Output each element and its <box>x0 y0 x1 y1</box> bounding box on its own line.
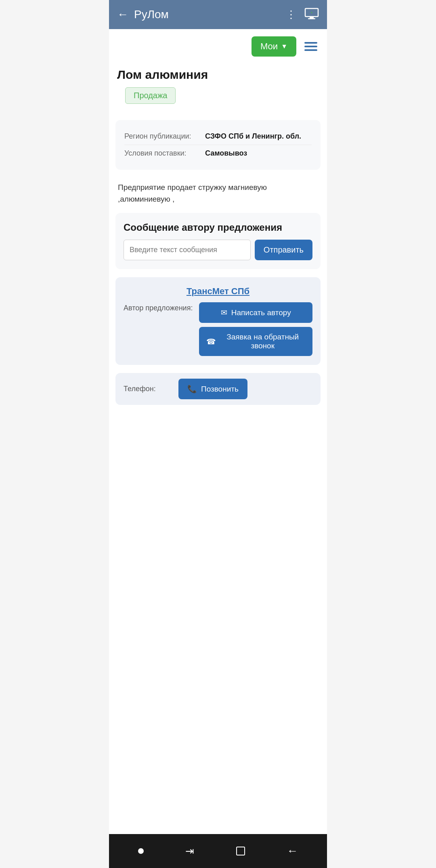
hamburger-line-1 <box>304 42 317 44</box>
home-circle-icon <box>138 848 144 854</box>
moi-button[interactable]: Мои ▼ <box>252 36 296 57</box>
hamburger-menu[interactable] <box>303 40 319 53</box>
author-buttons: ✉ Написать автору ☎ Заявка на обратный з… <box>199 302 312 356</box>
send-button[interactable]: Отправить <box>255 240 312 260</box>
callback-button[interactable]: ☎ Заявка на обратный звонок <box>199 327 312 356</box>
phone-row: Телефон: 📞 Позвонить <box>115 373 321 405</box>
envelope-icon: ✉ <box>221 308 227 317</box>
author-row: Автор предложения: ✉ Написать автору ☎ З… <box>124 302 312 356</box>
phone-label: Телефон: <box>124 385 172 393</box>
message-input-row: Отправить <box>124 240 312 260</box>
region-row: Регион публикации: СЗФО СПб и Ленингр. о… <box>124 128 312 145</box>
hamburger-line-2 <box>304 46 317 47</box>
header: ← РуЛом ⋮ <box>109 0 327 29</box>
author-label: Автор предложения: <box>124 302 193 312</box>
header-left: ← РуЛом <box>117 8 169 21</box>
svg-point-3 <box>311 12 312 13</box>
nav-overview-button[interactable] <box>233 843 248 859</box>
callback-phone-icon: ☎ <box>206 337 216 346</box>
bottom-nav: ⇥ ← <box>109 834 327 868</box>
description-text: Предприятие продает стружку магниевую ,а… <box>109 178 327 213</box>
back-arrow-icon: ← <box>287 845 298 857</box>
sale-tag: Продажа <box>125 87 176 104</box>
nav-home-button[interactable] <box>135 845 147 857</box>
author-section: ТрансМет СПб Автор предложения: ✉ Написа… <box>115 277 321 365</box>
header-right: ⋮ <box>286 8 319 21</box>
message-section-title: Сообщение автору предложения <box>124 222 312 233</box>
more-options-icon[interactable]: ⋮ <box>286 8 297 21</box>
company-link[interactable]: ТрансМет СПб <box>187 286 249 296</box>
call-button[interactable]: 📞 Позвонить <box>178 379 247 399</box>
delivery-value: Самовывоз <box>205 149 247 158</box>
svg-rect-2 <box>308 18 315 19</box>
message-input[interactable] <box>124 240 251 260</box>
info-card: Регион публикации: СЗФО СПб и Ленингр. о… <box>115 120 321 170</box>
delivery-label: Условия поставки: <box>124 149 205 158</box>
author-company: ТрансМет СПб <box>124 286 312 297</box>
nav-recent-apps-button[interactable]: ⇥ <box>182 842 197 861</box>
message-section: Сообщение автору предложения Отправить <box>115 213 321 269</box>
overview-icon <box>236 847 245 855</box>
back-button[interactable]: ← <box>117 9 128 20</box>
app-title: РуЛом <box>134 8 169 21</box>
page-title: Лом алюминия <box>109 64 327 87</box>
recent-apps-icon: ⇥ <box>185 845 194 857</box>
region-value: СЗФО СПб и Ленингр. обл. <box>205 132 301 141</box>
nav-back-button[interactable]: ← <box>283 841 301 861</box>
write-author-button[interactable]: ✉ Написать автору <box>199 302 312 323</box>
region-label: Регион публикации: <box>124 132 205 141</box>
hamburger-line-3 <box>304 49 317 51</box>
content-area: Мои ▼ Лом алюминия Продажа Регион публик… <box>109 29 327 834</box>
delivery-row: Условия поставки: Самовывоз <box>124 145 312 162</box>
monitor-icon[interactable] <box>304 8 319 21</box>
svg-rect-1 <box>310 17 314 18</box>
phone-icon: 📞 <box>187 384 197 394</box>
top-bar: Мои ▼ <box>109 29 327 64</box>
moi-chevron: ▼ <box>281 43 287 50</box>
